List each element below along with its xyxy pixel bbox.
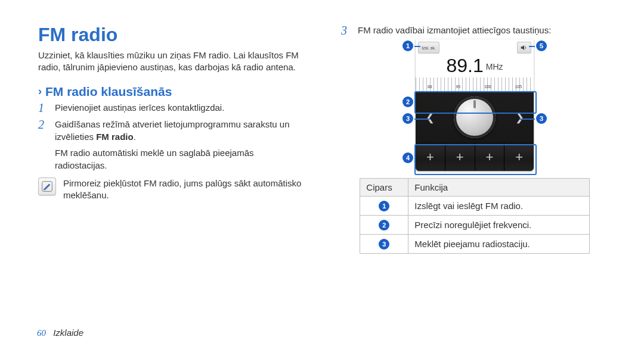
step-3-text: FM radio vadībai izmantojiet attiecīgos … [358, 24, 551, 36]
preset-add-2[interactable]: + [445, 144, 475, 171]
row-number-cell: 2 [360, 216, 408, 235]
chevron-right-icon: › [38, 85, 42, 98]
table-header-row: Cipars Funkcija [360, 179, 589, 197]
tick-label: 100 [484, 85, 491, 89]
section-name: Izklaide [53, 328, 83, 338]
table-row: 2 Precīzi noregulējiet frekvenci. [360, 216, 589, 235]
preset-add-1[interactable]: + [416, 144, 445, 171]
lead-2 [413, 102, 416, 103]
table-row: 1 Izslēgt vai ieslēgt FM radio. [360, 197, 589, 216]
manual-page: FM radio Uzziniet, kā klausīties mūziku … [0, 0, 644, 349]
step-2-substep: FM radio automātiski meklē un saglabā pi… [55, 147, 305, 172]
scale-labels: 88 95 100 105 [416, 85, 534, 89]
row-badge-1: 1 [379, 201, 389, 211]
callout-5: 5 [536, 40, 547, 51]
tune-knob[interactable] [454, 96, 496, 138]
lead-5 [529, 46, 536, 47]
frequency-scale[interactable]: 88 95 100 105 [416, 77, 534, 92]
left-column: FM radio Uzziniet, kā klausīties mūziku … [38, 24, 311, 331]
step-2: 2 Gaidīšanas režīmā atveriet lietojumpro… [38, 118, 305, 143]
callout-4: 4 [402, 152, 413, 163]
tick-label: 105 [515, 85, 522, 89]
preset-add-3[interactable]: + [475, 144, 504, 171]
power-button[interactable]: Izsl. sk. [418, 42, 439, 54]
page-number: 60 [37, 328, 46, 338]
step-2-part-a: Gaidīšanas režīmā atveriet lietojumprogr… [55, 119, 290, 142]
radio-panel: Izsl. sk. 89.1 MHz 88 95 [416, 39, 534, 171]
lead-4 [413, 158, 416, 159]
lead-3l [413, 119, 430, 120]
row-badge-2: 2 [379, 220, 389, 230]
step-2-text: Gaidīšanas režīmā atveriet lietojumprogr… [55, 118, 305, 143]
step-2-part-c: . [134, 132, 136, 142]
step-number: 2 [38, 118, 49, 131]
callout-3l: 3 [402, 113, 413, 124]
speaker-icon [520, 43, 528, 52]
steps-list: 1 Pievienojiet austiņas ierīces kontaktl… [38, 101, 305, 143]
preset-add-4[interactable]: + [504, 144, 534, 171]
function-table: Cipars Funkcija 1 Izslēgt vai ieslēgt FM… [360, 178, 589, 254]
callout-3r: 3 [536, 113, 547, 124]
lead-1 [413, 46, 420, 47]
step-1: 1 Pievienojiet austiņas ierīces kontaktl… [38, 101, 305, 114]
subhead-text: FM radio klausīšanās [45, 85, 172, 99]
frequency-value: 89.1 [446, 56, 483, 75]
power-button-label: Izsl. sk. [422, 46, 435, 50]
callout-1: 1 [402, 40, 413, 51]
table-row: 3 Meklēt pieejamu radiostaciju. [360, 235, 589, 254]
row-number-cell: 1 [360, 197, 408, 216]
preset-row: + + + + [416, 143, 534, 171]
step-number: 1 [38, 101, 49, 114]
section-subhead: › FM radio klausīšanās [38, 85, 305, 99]
frequency-unit: MHz [486, 62, 503, 71]
header-number: Cipars [360, 179, 408, 197]
info-note-icon [38, 177, 56, 195]
tick-label: 88 [428, 85, 432, 89]
step-1-text: Pievienojiet austiņas ierīces kontaktlig… [55, 101, 305, 114]
speaker-button[interactable] [517, 42, 531, 54]
page-footer: 60 Izklaide [37, 328, 83, 338]
tuning-row: ❮ ❯ [416, 92, 534, 143]
tick-label: 95 [456, 85, 460, 89]
pencil-note-icon [41, 180, 53, 192]
page-title: FM radio [38, 24, 305, 46]
step-number: 3 [341, 24, 352, 37]
lead-3r [519, 119, 536, 120]
intro-paragraph: Uzziniet, kā klausīties mūziku un ziņas … [38, 49, 305, 74]
step-2-bold: FM radio [96, 132, 134, 142]
seek-prev-button[interactable]: ❮ [423, 111, 437, 124]
callout-2: 2 [402, 96, 413, 107]
row-badge-3: 3 [379, 239, 389, 250]
row-func-3: Meklēt pieejamu radiostaciju. [408, 235, 589, 254]
step-3: 3 FM radio vadībai izmantojiet attiecīgo… [341, 24, 608, 37]
row-func-2: Precīzi noregulējiet frekvenci. [408, 216, 589, 235]
row-func-1: Izslēgt vai ieslēgt FM radio. [408, 197, 589, 216]
frequency-display: Izsl. sk. 89.1 MHz [416, 39, 534, 77]
info-note: Pirmoreiz piekļūstot FM radio, jums palū… [38, 177, 305, 202]
header-function: Funkcija [408, 179, 589, 197]
right-column: 3 FM radio vadībai izmantojiet attiecīgo… [335, 24, 608, 331]
seek-next-button[interactable]: ❯ [512, 111, 527, 124]
radio-diagram: 1 5 2 3 3 4 Izsl. sk. [406, 39, 543, 171]
info-note-text: Pirmoreiz piekļūstot FM radio, jums palū… [63, 177, 305, 202]
row-number-cell: 3 [360, 235, 408, 254]
